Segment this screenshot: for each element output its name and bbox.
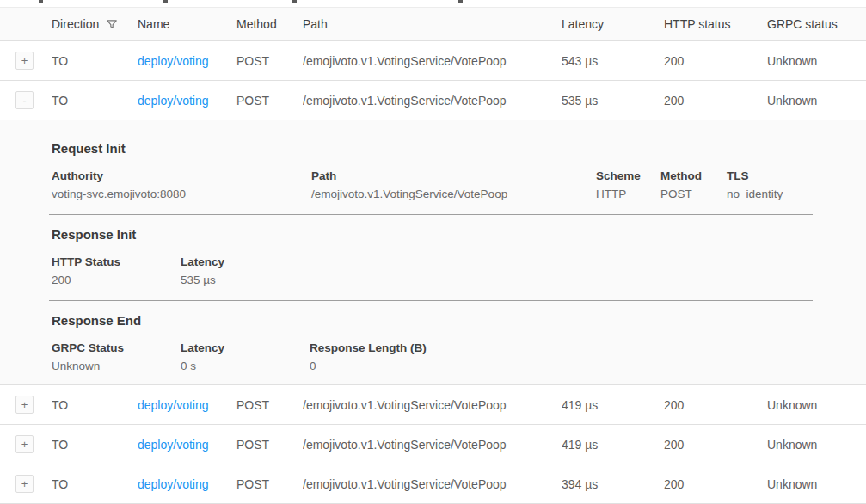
authority-value: voting-svc.emojivoto:8080 <box>52 187 311 200</box>
path-label: Path <box>311 169 596 182</box>
latency-value: 535 µs <box>181 274 866 286</box>
direction-cell: TO <box>52 438 138 452</box>
table-row: + TO deploy/voting POST /emojivoto.v1.Vo… <box>0 41 866 81</box>
http-status-cell: 200 <box>664 398 767 412</box>
column-header-grpc-status: GRPC status <box>767 17 866 31</box>
http-status-label: HTTP Status <box>52 255 181 268</box>
http-status-cell: 200 <box>664 94 767 108</box>
grpc-status-field: GRPC Status Unknown <box>52 341 181 372</box>
request-init-fields: Authority voting-svc.emojivoto:8080 Path… <box>52 169 866 200</box>
path-cell: /emojivoto.v1.VotingService/VotePoop <box>303 54 562 68</box>
method-field: Method POST <box>660 169 727 200</box>
response-length-value: 0 <box>310 360 866 372</box>
response-end-fields: GRPC Status Unknown Latency 0 s Response… <box>52 341 866 372</box>
latency-cell: 543 µs <box>562 54 664 68</box>
latency-cell: 419 µs <box>562 438 664 452</box>
name-link[interactable]: deploy/voting <box>138 54 209 68</box>
row-detail-panel: Request Init Authority voting-svc.emojiv… <box>0 120 866 385</box>
name-link[interactable]: deploy/voting <box>138 94 209 108</box>
grpc-status-cell: Unknown <box>767 398 866 412</box>
path-value: /emojivoto.v1.VotingService/VotePoop <box>311 187 596 200</box>
path-field: Path /emojivoto.v1.VotingService/VotePoo… <box>311 169 596 200</box>
path-cell: /emojivoto.v1.VotingService/VotePoop <box>303 398 562 412</box>
method-cell: POST <box>236 54 303 68</box>
section-divider <box>49 214 813 215</box>
tls-value: no_identity <box>727 187 866 200</box>
scheme-value: HTTP <box>596 187 660 200</box>
expand-row-button[interactable]: + <box>15 435 34 453</box>
latency-cell: 394 µs <box>562 477 664 491</box>
latency-cell: 535 µs <box>562 94 664 108</box>
collapse-row-button[interactable]: - <box>15 91 34 109</box>
clipped-text-remnant <box>0 0 866 7</box>
direction-cell: TO <box>52 477 138 491</box>
grpc-status-cell: Unknown <box>767 477 866 491</box>
method-cell: POST <box>236 477 303 491</box>
latency-field: Latency 0 s <box>181 341 310 372</box>
scheme-field: Scheme HTTP <box>596 169 660 200</box>
http-status-cell: 200 <box>664 54 767 68</box>
response-init-fields: HTTP Status 200 Latency 535 µs <box>52 255 866 286</box>
filter-icon[interactable] <box>106 18 118 30</box>
name-link[interactable]: deploy/voting <box>138 477 209 491</box>
tap-table: Direction Name Method Path Latency HTTP … <box>0 7 866 504</box>
response-init-title: Response Init <box>52 227 866 242</box>
path-cell: /emojivoto.v1.VotingService/VotePoop <box>303 438 562 452</box>
table-row: + TO deploy/voting POST /emojivoto.v1.Vo… <box>0 464 866 504</box>
scheme-label: Scheme <box>596 169 660 182</box>
table-header-row: Direction Name Method Path Latency HTTP … <box>0 7 866 41</box>
response-end-title: Response End <box>52 313 866 328</box>
response-length-field: Response Length (B) 0 <box>310 341 866 372</box>
expand-row-button[interactable]: + <box>15 396 34 414</box>
method-cell: POST <box>236 398 303 412</box>
column-header-name: Name <box>138 17 236 31</box>
path-cell: /emojivoto.v1.VotingService/VotePoop <box>303 94 562 108</box>
direction-cell: TO <box>52 398 138 412</box>
method-value: POST <box>660 187 727 200</box>
authority-label: Authority <box>52 169 311 182</box>
expand-row-button[interactable]: + <box>15 475 34 493</box>
direction-header-label: Direction <box>52 17 99 31</box>
expand-row-button[interactable]: + <box>15 52 34 70</box>
column-header-method: Method <box>236 17 303 31</box>
latency-label: Latency <box>181 341 310 354</box>
latency-field: Latency 535 µs <box>181 255 866 286</box>
direction-cell: TO <box>52 94 138 108</box>
column-header-direction: Direction <box>52 17 138 31</box>
latency-label: Latency <box>181 255 866 268</box>
name-link[interactable]: deploy/voting <box>138 398 209 412</box>
authority-field: Authority voting-svc.emojivoto:8080 <box>52 169 311 200</box>
column-header-http-status: HTTP status <box>664 17 767 31</box>
name-link[interactable]: deploy/voting <box>138 438 209 452</box>
grpc-status-cell: Unknown <box>767 54 866 68</box>
latency-cell: 419 µs <box>562 398 664 412</box>
grpc-status-label: GRPC Status <box>52 341 181 354</box>
direction-cell: TO <box>52 54 138 68</box>
grpc-status-cell: Unknown <box>767 438 866 452</box>
request-init-title: Request Init <box>52 141 866 156</box>
grpc-status-value: Unknown <box>52 360 181 372</box>
table-row: + TO deploy/voting POST /emojivoto.v1.Vo… <box>0 425 866 464</box>
column-header-latency: Latency <box>562 17 664 31</box>
http-status-cell: 200 <box>664 438 767 452</box>
column-header-path: Path <box>303 17 562 31</box>
method-cell: POST <box>236 94 303 108</box>
section-divider <box>49 300 813 301</box>
http-status-field: HTTP Status 200 <box>52 255 181 286</box>
table-row: + TO deploy/voting POST /emojivoto.v1.Vo… <box>0 385 866 425</box>
http-status-value: 200 <box>52 274 181 286</box>
method-label: Method <box>660 169 727 182</box>
method-cell: POST <box>236 438 303 452</box>
response-length-label: Response Length (B) <box>310 341 866 354</box>
grpc-status-cell: Unknown <box>767 94 866 108</box>
tls-field: TLS no_identity <box>727 169 866 200</box>
tls-label: TLS <box>727 169 866 182</box>
latency-value: 0 s <box>181 360 310 372</box>
table-row-expanded: - TO deploy/voting POST /emojivoto.v1.Vo… <box>0 81 866 120</box>
http-status-cell: 200 <box>664 477 767 491</box>
path-cell: /emojivoto.v1.VotingService/VotePoop <box>303 477 562 491</box>
